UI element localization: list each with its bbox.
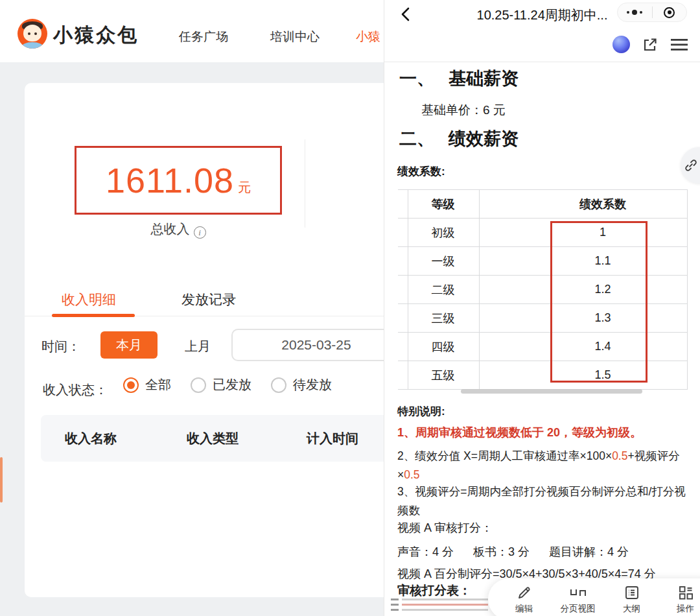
notes-title: 特别说明:	[397, 402, 693, 421]
date-picker-input[interactable]: 2025-03-25	[231, 329, 384, 361]
outline-button[interactable]: 大纲	[609, 584, 655, 615]
pencil-icon	[516, 584, 533, 601]
outline-icon	[624, 584, 640, 601]
doc-bottom-toolbar: 编辑 分页视图 大纲 操作	[488, 578, 700, 616]
edit-button[interactable]: 编辑	[502, 584, 547, 615]
miniapp-capsule	[617, 3, 687, 22]
section-1-heading: 一、基础薪资	[399, 67, 519, 90]
actions-button[interactable]: 操作	[663, 584, 700, 615]
total-income-label: 总收入i	[75, 220, 282, 239]
actions-grid-icon	[677, 584, 694, 601]
radio-pending[interactable]: 待发放	[271, 376, 332, 394]
tab-payment-record[interactable]: 发放记录	[181, 290, 236, 309]
total-income-highlight-box: 1611.08 元	[75, 146, 282, 215]
close-record-icon[interactable]	[653, 7, 687, 18]
more-options-icon[interactable]	[618, 10, 652, 15]
col-coef: 绩效系数	[479, 196, 688, 212]
brand-monkey-logo-icon[interactable]	[18, 19, 47, 49]
score-items: 声音：4 分板书：3 分题目讲解：4 分	[397, 543, 693, 562]
menu-icon[interactable]	[670, 37, 688, 53]
doc-action-row	[612, 36, 688, 53]
total-income-amount: 1611.08	[106, 160, 234, 200]
note-3: 3、视频评分=周期内全部打分视频百分制评分总和/打分视频数	[397, 482, 693, 520]
miniapp-titlebar: 10.25-11.24周期初中...	[384, 0, 700, 30]
brand-name: 小猿众包	[53, 22, 139, 49]
nav-training-center[interactable]: 培训中心	[270, 29, 320, 45]
horizontal-scrollbar[interactable]	[461, 389, 642, 394]
nav-xiaoyuan[interactable]: 小猿	[356, 29, 380, 45]
tab-income-detail[interactable]: 收入明细	[62, 290, 116, 309]
radio-paid[interactable]: 已发放	[191, 376, 251, 394]
radio-unselected-icon[interactable]	[191, 377, 206, 393]
income-status-radio-group: 全部 已发放 待发放	[123, 376, 351, 394]
radio-selected-icon[interactable]	[123, 377, 139, 393]
col-record-time: 计入时间	[307, 430, 358, 447]
scroll-indicator	[0, 457, 3, 503]
col-income-type: 收入类型	[187, 430, 239, 447]
currency-unit: 元	[238, 179, 251, 196]
page-view-button[interactable]: 分页视图	[555, 584, 601, 615]
score-table-preview	[391, 598, 488, 614]
info-icon[interactable]: i	[194, 226, 206, 239]
note-1: 1、周期审核通过视频数低于 20，等级为初级。	[397, 423, 693, 442]
income-card: 1611.08 元 总收入i 收入明细 发放记录 时间： 本月 上月 2025-…	[25, 83, 384, 597]
left-header: 小猿众包 任务广场 培训中心 小猿	[0, 0, 384, 62]
summary-divider	[305, 139, 305, 228]
base-price-text: 基础单价：6 元	[421, 102, 506, 119]
col-level: 等级	[398, 196, 479, 212]
video-score-label: 视频 A 审核打分：	[397, 519, 693, 538]
active-tab-underline	[52, 314, 135, 317]
income-dashboard-panel: 小猿众包 任务广场 培训中心 小猿 1611.08 元 总收入i 收入明细 发放…	[0, 0, 384, 616]
salary-doc-panel: 10.25-11.24周期初中... 一、基础薪资 基础单价：6 元 二、绩效薪…	[384, 0, 700, 616]
last-month-button[interactable]: 上月	[185, 338, 211, 355]
radio-all[interactable]: 全部	[123, 376, 171, 394]
nav-task-square[interactable]: 任务广场	[179, 29, 228, 45]
page-view-icon	[569, 584, 587, 601]
col-income-name: 收入名称	[65, 430, 117, 447]
coef-table-label: 绩效系数:	[397, 164, 445, 179]
coef-table-header-row: 等级 绩效系数	[398, 189, 688, 219]
note-2: 2、绩效分值 X=周期人工审核通过率×100×0.5+视频评分×0.5	[397, 447, 693, 484]
radio-unselected-icon[interactable]	[271, 377, 286, 393]
docs-app-icon[interactable]	[612, 36, 630, 53]
section-2-heading: 二、绩效薪资	[399, 127, 519, 150]
link-icon	[684, 158, 698, 172]
coef-values-highlight-box	[550, 221, 648, 383]
income-status-label: 收入状态：	[43, 381, 108, 399]
time-filter-label: 时间：	[41, 338, 80, 355]
open-external-icon[interactable]	[642, 36, 659, 53]
this-month-button[interactable]: 本月	[100, 331, 158, 359]
link-floating-button[interactable]	[681, 147, 700, 184]
income-table-header: 收入名称 收入类型 计入时间	[41, 415, 384, 462]
